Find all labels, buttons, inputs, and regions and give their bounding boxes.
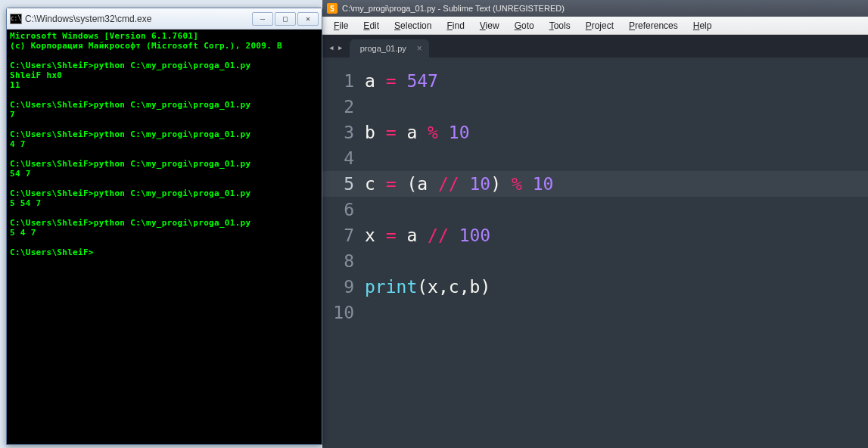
close-button[interactable]: ✕: [297, 12, 319, 26]
code-line[interactable]: [365, 94, 868, 120]
cmd-icon: c:\: [10, 14, 22, 24]
menu-project[interactable]: Project: [578, 18, 621, 33]
code-line[interactable]: print(x,c,b): [365, 274, 868, 300]
code-line[interactable]: b = a % 10: [365, 120, 868, 145]
code-line[interactable]: [365, 248, 868, 274]
cmd-line: 7: [10, 110, 319, 120]
cmd-line: Microsoft Windows [Version 6.1.7601]: [10, 31, 319, 41]
token-paren: ): [480, 277, 490, 297]
token-num: 10: [470, 174, 491, 194]
sublime-window: S C:\my_progi\proga_01.py - Sublime Text…: [322, 0, 868, 448]
cmd-line: C:\Users\ShleiF>python C:\my_progi\proga…: [10, 100, 319, 110]
menubar: FileEditSelectionFindViewGotoToolsProjec…: [322, 17, 868, 35]
menu-selection[interactable]: Selection: [387, 18, 439, 33]
sublime-title: C:\my_progi\proga_01.py - Sublime Text (…: [342, 4, 565, 13]
token-num: 10: [533, 174, 554, 194]
gutter: 12345678910: [322, 58, 365, 448]
cmd-line: [10, 149, 319, 159]
cmd-titlebar[interactable]: c:\ C:\Windows\system32\cmd.exe — □ ✕: [7, 8, 322, 30]
code-line[interactable]: a = 547: [365, 68, 868, 94]
token-var: a: [417, 174, 438, 194]
token-paren: (: [417, 277, 428, 297]
tab-close-icon[interactable]: ×: [417, 43, 422, 54]
cmd-line: C:\Users\ShleiF>python C:\my_progi\proga…: [10, 129, 319, 139]
token-var: a: [406, 123, 428, 142]
token-op: =: [386, 71, 407, 91]
line-number: 6: [322, 197, 365, 222]
token-comma: ,: [438, 277, 449, 297]
tab-prev-icon[interactable]: ◂: [328, 42, 334, 53]
cmd-line: [10, 120, 319, 129]
cmd-line: C:\Users\ShleiF>: [10, 247, 319, 257]
token-var: a: [406, 226, 428, 245]
cmd-line: C:\Users\ShleiF>python C:\my_progi\proga…: [10, 159, 319, 169]
token-op: =: [386, 174, 407, 194]
code-line[interactable]: [365, 197, 868, 222]
token-var: b: [470, 277, 481, 297]
code-line[interactable]: c = (a // 10) % 10: [365, 171, 868, 197]
code-line[interactable]: x = a // 100: [365, 222, 868, 248]
menu-file[interactable]: File: [326, 18, 356, 33]
tab-next-icon[interactable]: ▸: [338, 42, 344, 53]
menu-find[interactable]: Find: [439, 18, 471, 33]
sublime-titlebar[interactable]: S C:\my_progi\proga_01.py - Sublime Text…: [322, 0, 868, 17]
tab-nav: ◂ ▸: [328, 42, 350, 58]
token-var: a: [365, 71, 386, 91]
token-op: //: [428, 226, 459, 245]
token-func: print: [365, 277, 417, 297]
code-line[interactable]: [365, 300, 868, 325]
cmd-body[interactable]: Microsoft Windows [Version 6.1.7601](c) …: [7, 30, 322, 259]
cmd-line: C:\Users\ShleiF>python C:\my_progi\proga…: [10, 61, 319, 70]
token-num: 547: [406, 71, 438, 91]
cmd-line: 11: [10, 80, 319, 90]
token-var: c: [365, 174, 386, 194]
token-var: b: [365, 123, 386, 142]
line-number: 5: [322, 171, 365, 197]
menu-help[interactable]: Help: [686, 18, 720, 33]
cmd-line: 5 54 7: [10, 198, 319, 208]
cmd-line: [10, 208, 319, 218]
token-num: 10: [449, 123, 470, 142]
minimize-button[interactable]: —: [252, 12, 273, 26]
line-number: 9: [322, 274, 365, 300]
line-number: 1: [322, 68, 365, 94]
token-var: x: [365, 226, 386, 245]
token-op: =: [386, 123, 407, 142]
cmd-line: [10, 51, 319, 61]
line-number: 3: [322, 120, 365, 145]
token-op: %: [428, 123, 449, 142]
cmd-line: C:\Users\ShleiF>python C:\my_progi\proga…: [10, 188, 319, 198]
token-op: //: [438, 174, 470, 194]
line-number: 7: [322, 222, 365, 248]
code-area[interactable]: a = 547b = a % 10c = (a // 10) % 10x = a…: [365, 58, 868, 448]
token-var: x: [428, 277, 438, 297]
tab-proga01[interactable]: proga_01.py ×: [350, 39, 429, 58]
token-paren: (: [406, 174, 417, 194]
tab-label: proga_01.py: [360, 44, 406, 53]
token-comma: ,: [459, 277, 470, 297]
cmd-window: c:\ C:\Windows\system32\cmd.exe — □ ✕ Mi…: [6, 8, 322, 445]
editor-area[interactable]: 12345678910 a = 547b = a % 10c = (a // 1…: [322, 58, 868, 448]
tabbar: ◂ ▸ proga_01.py ×: [322, 35, 868, 58]
cmd-line: [10, 90, 319, 100]
menu-tools[interactable]: Tools: [542, 18, 578, 33]
menu-goto[interactable]: Goto: [507, 18, 542, 33]
token-paren: ): [490, 174, 512, 194]
token-op: =: [386, 226, 407, 245]
menu-preferences[interactable]: Preferences: [621, 18, 686, 33]
code-line[interactable]: [365, 145, 868, 171]
line-number: 2: [322, 94, 365, 120]
cmd-line: (c) Корпорация Майкрософт (Microsoft Cor…: [10, 41, 319, 51]
cmd-line: 4 7: [10, 139, 319, 149]
menu-edit[interactable]: Edit: [356, 18, 387, 33]
menu-view[interactable]: View: [472, 18, 507, 33]
token-op: %: [512, 174, 533, 194]
maximize-button[interactable]: □: [275, 12, 296, 26]
cmd-line: [10, 179, 319, 188]
cmd-line: 54 7: [10, 169, 319, 179]
line-number: 8: [322, 248, 365, 274]
line-number: 4: [322, 145, 365, 171]
cmd-line: [10, 238, 319, 247]
token-var: c: [449, 277, 459, 297]
cmd-line: ShleiF hx0: [10, 70, 319, 80]
